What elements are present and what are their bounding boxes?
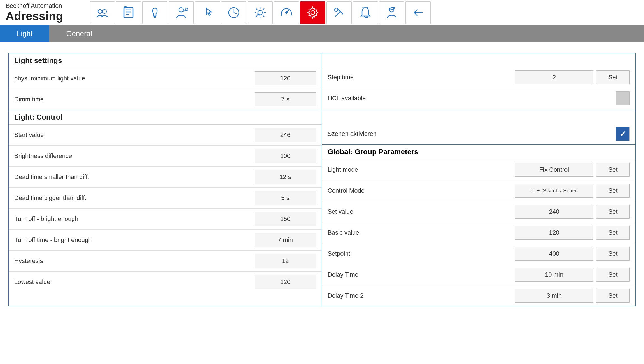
field-szenen: Szenen aktivieren ✓ [322,123,635,144]
toolbar-btn-groups[interactable] [90,1,115,24]
toolbar [90,1,431,24]
brand: Beckhoff Automation Adressing [6,2,84,23]
light-settings-left: Light settings phys. minimum light value… [9,53,322,110]
toolbar-btn-pointer[interactable] [195,1,220,24]
tab-light[interactable]: Light [0,25,49,42]
phys-min-label: phys. minimum light value [14,75,255,82]
turn-off-time-bright-input[interactable]: 7 min [255,233,316,247]
control-mode-label: Control Mode [328,187,515,194]
setpoint-set-button[interactable]: Set [596,247,630,261]
top-section: Light settings phys. minimum light value… [9,53,635,110]
toolbar-btn-person[interactable] [169,1,194,24]
svg-point-8 [179,8,183,12]
basic-value-label: Basic value [328,229,515,236]
dead-time-smaller-label: Dead time smaller than diff. [14,173,255,181]
set-value-input[interactable]: 240 [515,205,593,219]
field-turn-off-time-bright: Turn off time - bright enough 7 min [9,230,322,251]
field-start-value: Start value 246 [9,125,322,146]
set-value-set-button[interactable]: Set [596,205,630,219]
field-delay-time-2: Delay Time 2 3 min Set [322,285,635,306]
dimm-time-input[interactable]: 7 s [255,92,316,106]
svg-line-21 [256,15,257,17]
toolbar-btn-sensor[interactable] [248,1,273,24]
svg-line-19 [256,8,257,10]
lowest-value-input[interactable]: 120 [255,275,316,289]
field-setpoint: Setpoint 400 Set [322,243,635,264]
svg-line-22 [263,8,264,10]
light-settings-title: Light settings [9,53,322,68]
dead-time-bigger-input[interactable]: 5 s [255,191,316,205]
phys-min-input[interactable]: 120 [255,71,316,85]
toolbar-btn-gauge[interactable] [274,1,299,24]
step-time-set-button[interactable]: Set [596,70,630,84]
toolbar-btn-clock[interactable] [221,1,246,24]
company-name: Beckhoff Automation [6,2,84,10]
delay-time-input[interactable]: 10 min [515,268,593,282]
svg-line-30 [367,7,368,8]
turn-off-bright-input[interactable]: 150 [255,212,316,226]
svg-point-14 [258,10,262,15]
basic-value-set-button[interactable]: Set [596,226,630,240]
field-delay-time: Delay Time 10 min Set [322,264,635,285]
field-control-mode: Control Mode or + (Switch / Schec Set [322,180,635,201]
start-value-label: Start value [14,131,255,139]
start-value-input[interactable]: 246 [255,128,316,142]
field-basic-value: Basic value 120 Set [322,222,635,243]
light-control-title: Light: Control [9,110,322,125]
delay-time-2-set-button[interactable]: Set [596,289,630,303]
tabs-bar: Light General [0,25,644,42]
toolbar-btn-bell[interactable] [353,1,378,24]
hysteresis-label: Hysteresis [14,257,255,265]
step-time-input[interactable]: 2 [515,70,593,84]
dead-time-smaller-input[interactable]: 12 s [255,170,316,184]
toolbar-btn-tools[interactable] [326,1,352,24]
light-mode-input[interactable]: Fix Control [515,163,593,177]
control-mode-input[interactable]: or + (Switch / Schec [515,184,593,198]
field-dead-time-bigger: Dead time bigger than diff. 5 s [9,188,322,209]
svg-point-0 [98,10,102,13]
delay-time-set-button[interactable]: Set [596,268,630,282]
field-hcl: HCL available [322,88,635,109]
brightness-diff-input[interactable]: 100 [255,149,316,163]
toolbar-btn-back[interactable] [405,1,431,24]
delay-time-2-input[interactable]: 3 min [515,289,593,303]
set-value-label: Set value [328,208,515,215]
light-settings-right: Step time 2 Set HCL available [322,53,635,110]
tab-general[interactable]: General [49,25,109,42]
toolbar-btn-settings[interactable] [300,1,325,24]
hcl-checkbox[interactable] [616,91,630,105]
toolbar-btn-light[interactable] [142,1,167,24]
svg-point-24 [286,12,287,13]
field-phys-min: phys. minimum light value 120 [9,68,322,89]
svg-point-1 [102,10,106,13]
field-hysteresis: Hysteresis 12 [9,251,322,272]
svg-rect-2 [124,8,133,18]
right-panel: Szenen aktivieren ✓ Global: Group Parame… [322,110,635,306]
field-brightness-diff: Brightness difference 100 [9,146,322,167]
szenen-checkbox[interactable]: ✓ [616,127,630,141]
svg-point-10 [186,8,188,10]
setpoint-label: Setpoint [328,250,515,257]
delay-time-label: Delay Time [328,271,515,278]
step-time-label: Step time [328,74,515,81]
svg-line-20 [263,15,264,17]
global-params-title: Global: Group Parameters [322,144,635,159]
delay-time-2-label: Delay Time 2 [328,292,515,299]
setpoint-input[interactable]: 400 [515,247,593,261]
svg-line-29 [363,7,364,8]
light-control-left: Light: Control Start value 246 Brightnes… [9,110,322,306]
hysteresis-input[interactable]: 12 [255,254,316,268]
control-mode-set-button[interactable]: Set [596,184,630,198]
page-title: Adressing [6,10,84,23]
field-light-mode: Light mode Fix Control Set [322,159,635,180]
toolbar-btn-book[interactable] [116,1,141,24]
basic-value-input[interactable]: 120 [515,226,593,240]
toolbar-btn-worker[interactable] [379,1,404,24]
svg-point-25 [311,11,315,15]
field-set-value: Set value 240 Set [322,201,635,222]
light-mode-set-button[interactable]: Set [596,163,630,177]
field-dead-time-smaller: Dead time smaller than diff. 12 s [9,167,322,188]
turn-off-time-bright-label: Turn off time - bright enough [14,236,255,244]
field-step-time: Step time 2 Set [322,67,635,88]
field-lowest-value: Lowest value 120 [9,272,322,292]
